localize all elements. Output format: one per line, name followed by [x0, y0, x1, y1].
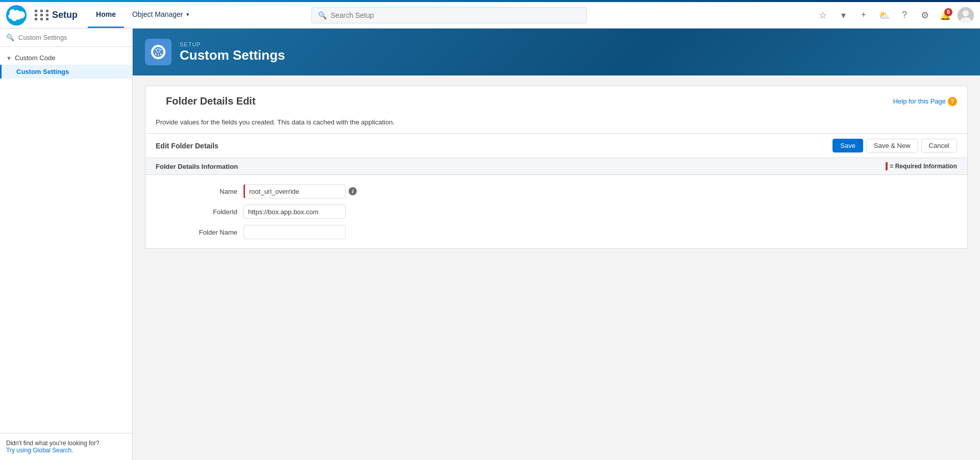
object-manager-chevron: ▾: [186, 11, 189, 18]
user-avatar[interactable]: [958, 7, 974, 23]
field-wrap-folderid: [243, 205, 346, 219]
sidebar-section-label: Custom Code: [15, 54, 55, 62]
field-input-folderid[interactable]: [243, 205, 346, 219]
page-header: SETUP Custom Settings: [133, 29, 980, 75]
page-header-text: SETUP Custom Settings: [180, 41, 285, 63]
form-row-foldername: Folder Name: [145, 222, 967, 242]
svg-point-4: [157, 49, 160, 52]
search-icon: 🔍: [318, 11, 327, 19]
page-title: Folder Details Edit: [166, 95, 256, 107]
field-wrap-name: i: [243, 184, 357, 198]
sidebar-search: 🔍: [0, 29, 132, 47]
field-label-name: Name: [156, 188, 237, 195]
form-rows: Name i FolderId: [145, 175, 967, 248]
sidebar-search-input[interactable]: [18, 34, 126, 41]
field-wrap-foldername: [243, 225, 346, 239]
field-input-name[interactable]: [243, 184, 346, 198]
cancel-button[interactable]: Cancel: [921, 139, 957, 152]
settings-icon[interactable]: ⚙: [917, 7, 933, 23]
field-info-icon-name[interactable]: i: [349, 187, 357, 195]
sidebar-section-header-custom-code[interactable]: ▼ Custom Code: [0, 51, 132, 65]
sidebar-item-custom-settings[interactable]: Custom Settings: [0, 65, 132, 79]
svg-point-2: [963, 10, 969, 16]
salesforce-logo[interactable]: [6, 5, 27, 25]
add-icon[interactable]: +: [855, 7, 872, 23]
setup-cloud-icon[interactable]: ⛅: [876, 7, 892, 23]
help-icon[interactable]: ?: [896, 7, 913, 23]
help-link[interactable]: Help for this Page ?: [893, 90, 957, 107]
form-section-title: Folder Details Information: [156, 163, 238, 170]
favorites-dropdown-icon[interactable]: ▾: [835, 7, 851, 23]
content-card: Folder Details Edit Help for this Page ?…: [145, 86, 968, 249]
tab-object-manager[interactable]: Object Manager ▾: [124, 2, 198, 28]
sidebar-section-custom-code: ▼ Custom Code Custom Settings: [0, 47, 132, 83]
top-nav: Setup Home Object Manager ▾ 🔍 ☆ ▾ + ⛅ ? …: [0, 2, 980, 29]
global-search-link[interactable]: Try using Global Search.: [6, 447, 74, 454]
main-layout: 🔍 ▼ Custom Code Custom Settings Didn't f…: [0, 29, 980, 460]
save-button[interactable]: Save: [832, 139, 863, 152]
search-bar: 🔍: [311, 7, 587, 23]
search-input[interactable]: [331, 11, 580, 19]
edit-section-title: Edit Folder Details: [156, 142, 218, 150]
field-label-foldername: Folder Name: [156, 228, 237, 236]
required-bar: [886, 162, 888, 170]
save-new-button[interactable]: Save & New: [866, 139, 918, 152]
sidebar: 🔍 ▼ Custom Code Custom Settings Didn't f…: [0, 29, 133, 460]
edit-section-header: Edit Folder Details Save Save & New Canc…: [145, 134, 967, 158]
form-row-folderid: FolderId: [145, 201, 967, 222]
section-chevron-icon: ▼: [6, 55, 12, 61]
form-section-header: Folder Details Information = Required In…: [145, 158, 967, 175]
required-info: = Required Information: [886, 162, 957, 170]
field-input-foldername[interactable]: [243, 225, 346, 239]
main-content: SETUP Custom Settings Folder Details Edi…: [133, 29, 980, 460]
content-area: Folder Details Edit Help for this Page ?…: [133, 75, 980, 460]
field-label-folderid: FolderId: [156, 208, 237, 216]
setup-label: Setup: [52, 10, 78, 20]
card-description: Provide values for the fields you create…: [145, 111, 967, 134]
top-nav-right: ☆ ▾ + ⛅ ? ⚙ 🔔 6: [815, 7, 974, 23]
nav-tabs: Home Object Manager ▾: [88, 2, 198, 28]
help-link-icon: ?: [948, 97, 957, 106]
tab-home[interactable]: Home: [88, 2, 124, 28]
notifications-icon[interactable]: 🔔 6: [937, 7, 953, 23]
button-group: Save Save & New Cancel: [832, 139, 957, 152]
form-row-name: Name i: [145, 181, 967, 201]
sidebar-search-icon: 🔍: [6, 34, 14, 41]
page-header-title: Custom Settings: [180, 47, 285, 63]
page-header-icon: [145, 39, 172, 65]
page-header-setup-label: SETUP: [180, 41, 285, 47]
sidebar-help: Didn't find what you're looking for? Try…: [0, 433, 132, 460]
favorites-icon[interactable]: ☆: [815, 7, 831, 23]
help-link-row: Folder Details Edit Help for this Page ?: [145, 86, 967, 111]
app-launcher-icon[interactable]: [33, 8, 52, 22]
notification-count: 6: [944, 8, 952, 16]
